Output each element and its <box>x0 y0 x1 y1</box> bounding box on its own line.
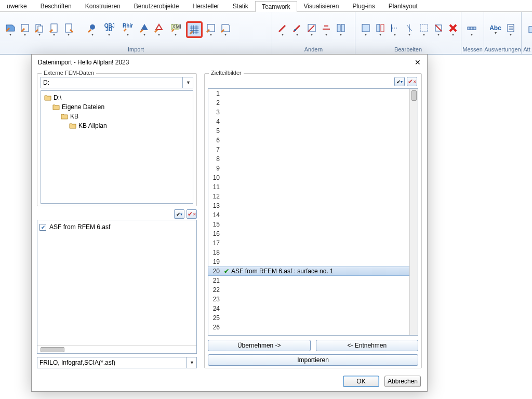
import-btn-3[interactable]: ▾ <box>34 22 45 37</box>
ok-button[interactable]: OK <box>343 376 379 387</box>
tab-statik[interactable]: Statik <box>226 1 255 11</box>
ziel-row[interactable]: 9 <box>208 164 409 173</box>
ziel-row[interactable]: 2 <box>208 98 409 108</box>
file-row[interactable]: ✔ ASF from RFEM 6.asf <box>39 222 194 232</box>
import-btn-obj3d[interactable]: OBJ3D▾ <box>102 22 116 37</box>
ziel-row[interactable]: 16 <box>208 229 409 238</box>
file-checkbox[interactable]: ✔ <box>39 224 46 231</box>
import-btn-xml[interactable]: XML▾ <box>168 22 183 37</box>
auswert-btn-2[interactable]: ▾ <box>506 22 516 37</box>
bearb-btn-6[interactable]: ▾ <box>433 22 444 37</box>
ziel-row[interactable]: 11 <box>208 182 409 192</box>
select-all-button[interactable]: ✔▾ <box>174 209 184 219</box>
ziel-row[interactable]: 7 <box>208 145 409 154</box>
tree-node-label: KB Allplan <box>78 122 107 129</box>
aendern-btn-4[interactable]: ▾ <box>321 22 331 37</box>
ziel-row[interactable]: 25 <box>208 313 409 323</box>
dialog-titlebar[interactable]: Datenimport - Hello Allplan! 2023 ✕ <box>32 55 427 70</box>
ziel-row[interactable]: 18 <box>208 248 409 257</box>
ziel-row[interactable]: 14 <box>208 210 409 220</box>
tree-node-label: Eigene Dateien <box>62 103 104 111</box>
tree-node[interactable]: D:\ <box>42 93 192 102</box>
import-btn-14[interactable]: ▾ <box>220 22 231 37</box>
drive-combo[interactable]: D: ▼ <box>41 77 193 88</box>
ziel-row[interactable]: 24 <box>208 304 409 313</box>
uebernehmen-button[interactable]: Übernehmen -> <box>208 340 311 351</box>
tab-hersteller[interactable]: Hersteller <box>186 1 226 11</box>
import-btn-1[interactable]: ▾ <box>5 22 16 37</box>
ribbon-group-attr-caption: Att <box>522 45 532 54</box>
dialog-datenimport: Datenimport - Hello Allplan! 2023 ✕ Exte… <box>31 54 428 392</box>
file-list[interactable]: ✔ ASF from RFEM 6.asf <box>37 220 197 354</box>
ziel-row[interactable]: 4 <box>208 117 409 126</box>
dialog-close-icon[interactable]: ✕ <box>413 58 423 66</box>
tab-bauwerke[interactable]: uwerke <box>0 1 34 11</box>
import-btn-rhino[interactable]: Rhino▾ <box>121 22 135 37</box>
ziel-row[interactable]: 23 <box>208 295 409 304</box>
bearb-btn-1[interactable]: ▾ <box>361 22 371 37</box>
tree-node[interactable]: KB <box>42 112 192 121</box>
ziel-row[interactable]: 8 <box>208 154 409 164</box>
ziel-select-all-button[interactable]: ✔▾ <box>394 77 405 86</box>
tab-benutzerobjekte[interactable]: Benutzerobjekte <box>127 1 186 11</box>
scrollbar-vertical[interactable] <box>409 89 418 335</box>
tab-teamwork[interactable]: Teamwork <box>255 1 297 12</box>
tree-node[interactable]: Eigene Dateien <box>42 102 192 112</box>
import-btn-10[interactable]: ▾ <box>154 22 164 37</box>
tab-konstruieren[interactable]: Konstruieren <box>78 1 127 11</box>
folder-tree[interactable]: D:\Eigene DateienKBKB Allplan <box>41 90 193 204</box>
svg-rect-31 <box>420 24 428 32</box>
ziel-row-selected[interactable]: 20✔ASF from RFEM 6.asf : surface no. 1 <box>208 267 409 276</box>
tab-visualisieren[interactable]: Visualisieren <box>297 1 346 11</box>
ziel-row-number: 18 <box>208 249 223 256</box>
ziel-row[interactable]: 6 <box>208 136 409 145</box>
import-btn-6[interactable]: ▾ <box>87 22 98 37</box>
import-btn-13[interactable]: ▾ <box>206 22 216 37</box>
deselect-all-button[interactable]: ✔✕ <box>187 209 197 219</box>
ziel-row[interactable]: 5 <box>208 126 409 136</box>
tab-plugins[interactable]: Plug-ins <box>345 1 381 11</box>
bearb-btn-5[interactable]: ▾ <box>419 22 429 37</box>
ziel-list[interactable]: 1234567891011121314151617181920✔ASF from… <box>208 88 418 336</box>
import-btn-fem[interactable] <box>187 22 202 37</box>
ziel-deselect-all-button[interactable]: ✔✕ <box>407 77 417 86</box>
ziel-row[interactable]: 1 <box>208 89 409 98</box>
import-btn-2[interactable]: ▾ <box>20 22 30 37</box>
tab-beschriften[interactable]: Beschriften <box>34 1 78 11</box>
ziel-row[interactable]: 19 <box>208 257 409 267</box>
import-btn-5[interactable]: ▾ <box>63 22 74 37</box>
ziel-row[interactable]: 17 <box>208 238 409 248</box>
ziel-row[interactable]: 12 <box>208 192 409 201</box>
cancel-button[interactable]: Abbrechen <box>384 376 421 387</box>
tree-node-label: D:\ <box>54 94 61 101</box>
attr-btn[interactable] <box>527 22 532 37</box>
entnehmen-button[interactable]: <- Entnehmen <box>316 340 419 351</box>
filetype-filter-combo[interactable]: FRILO, Infograf,SCIA(*.asf) ▼ <box>37 357 197 368</box>
ziel-row[interactable]: 26 <box>208 323 409 332</box>
bearb-btn-2[interactable]: ▾ <box>375 22 385 37</box>
aendern-btn-3[interactable]: ▾ <box>307 22 317 37</box>
ziel-row[interactable]: 15 <box>208 220 409 229</box>
tree-node[interactable]: KB Allplan <box>42 121 192 130</box>
importieren-button[interactable]: Importieren <box>208 354 418 366</box>
ziel-row[interactable]: 21 <box>208 276 409 285</box>
bearb-btn-4[interactable]: ▾ <box>404 22 415 37</box>
ziel-row[interactable]: 3 <box>208 108 409 117</box>
messen-btn[interactable]: ▾ <box>467 22 477 37</box>
ziel-row[interactable]: 10 <box>208 173 409 182</box>
aendern-btn-5[interactable]: ▾ <box>336 22 346 37</box>
aendern-btn-1[interactable]: ▾ <box>277 22 288 37</box>
ziel-row[interactable]: 13 <box>208 201 409 210</box>
import-btn-9[interactable]: ▾ <box>139 22 150 37</box>
scrollbar-horizontal[interactable] <box>37 345 196 353</box>
auswert-btn-abc[interactable]: Abc▾ <box>489 22 501 37</box>
svg-rect-24 <box>362 24 369 32</box>
bearb-btn-3[interactable]: ▾ <box>390 22 400 37</box>
tab-planlayout[interactable]: Planlayout <box>382 1 424 11</box>
import-btn-4[interactable]: ▾ <box>49 22 59 37</box>
svg-rect-25 <box>377 24 380 32</box>
ziel-row[interactable]: 22 <box>208 285 409 295</box>
legend-zielteilbilder: Zielteilbilder <box>209 70 244 76</box>
aendern-btn-2[interactable]: ▾ <box>292 22 302 37</box>
bearb-btn-delete[interactable]: ▾ <box>448 22 458 37</box>
